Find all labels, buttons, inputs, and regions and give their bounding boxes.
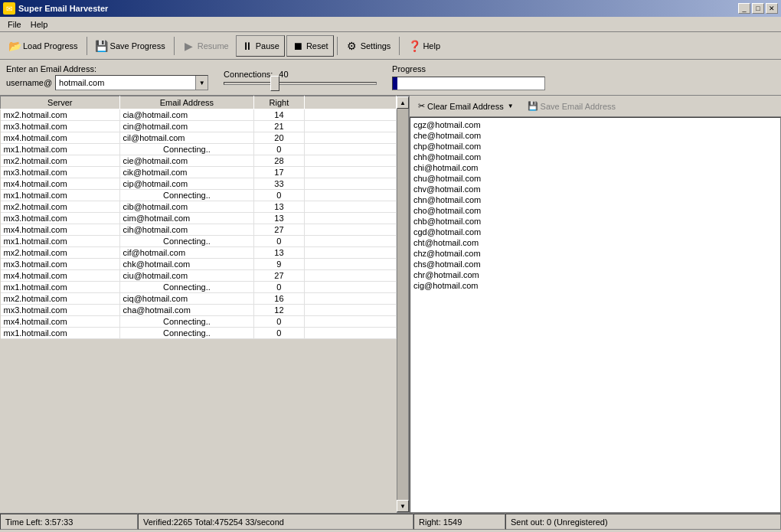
cell-right: 0 <box>254 316 304 328</box>
col-right: Right <box>254 96 304 109</box>
cell-extra <box>304 213 396 224</box>
cell-server: mx2.hotmail.com <box>1 293 120 305</box>
table-scrollbar: ▲ ▼ <box>397 96 409 513</box>
save-email-icon: 💾 <box>528 101 538 111</box>
menu-file[interactable]: File <box>3 19 26 30</box>
list-item[interactable]: che@hotmail.com <box>413 130 777 141</box>
list-item[interactable]: cgd@hotmail.com <box>413 227 777 237</box>
reset-button[interactable]: ⏹ Reset <box>286 35 334 57</box>
status-sent: Sent out: 0 (Unregistered) <box>505 514 781 530</box>
list-item[interactable]: chs@hotmail.com <box>413 259 777 269</box>
cell-server: mx1.hotmail.com <box>1 236 120 247</box>
table-row: mx1.hotmail.com Connecting.. 0 <box>1 190 397 201</box>
cell-server: mx3.hotmail.com <box>1 213 120 224</box>
cell-email: cim@hotmail.com <box>119 213 254 224</box>
email-address-label: Enter an Email Address: <box>6 64 208 73</box>
toolbar-separator <box>87 37 87 55</box>
cell-extra <box>304 259 396 270</box>
cell-email: ciu@hotmail.com <box>119 270 254 282</box>
cell-email: Connecting.. <box>119 282 254 293</box>
list-item[interactable]: cig@hotmail.com <box>413 280 777 291</box>
menu-help[interactable]: Help <box>26 19 53 30</box>
cell-email: Connecting.. <box>119 190 254 201</box>
cell-extra <box>304 178 396 190</box>
list-item[interactable]: cht@hotmail.com <box>413 237 777 248</box>
cell-right: 21 <box>254 121 304 132</box>
clear-email-address-button[interactable]: ✂ Clear Email Address ▼ <box>413 98 519 115</box>
cell-email: cia@hotmail.com <box>119 109 254 121</box>
table-row: mx4.hotmail.com cil@hotmail.com 20 <box>1 132 397 144</box>
cell-server: mx3.hotmail.com <box>1 305 120 316</box>
progress-section: Progress <box>392 64 545 90</box>
email-domain-input[interactable] <box>56 78 195 87</box>
list-item[interactable]: chp@hotmail.com <box>413 141 777 152</box>
pause-button[interactable]: ⏸ Pause <box>236 35 285 57</box>
table-row: mx1.hotmail.com Connecting.. 0 <box>1 144 397 155</box>
cell-email: cil@hotmail.com <box>119 132 254 144</box>
save-email-address-button[interactable]: 💾 Save Email Address <box>522 98 621 115</box>
cell-extra <box>304 293 396 305</box>
resume-button[interactable]: ▶ Resume <box>178 35 234 57</box>
scroll-down-button[interactable]: ▼ <box>397 500 409 512</box>
list-item[interactable]: chr@hotmail.com <box>413 269 777 280</box>
email-prefix: username@ <box>6 78 52 87</box>
list-item[interactable]: chz@hotmail.com <box>413 248 777 259</box>
table-row: mx3.hotmail.com cin@hotmail.com 21 <box>1 121 397 132</box>
email-input-row: username@ ▼ <box>6 75 208 90</box>
list-item[interactable]: chv@hotmail.com <box>413 184 777 194</box>
status-right: Right: 1549 <box>413 514 505 530</box>
save-icon: 💾 <box>96 40 108 52</box>
cell-extra <box>304 316 396 328</box>
cell-extra <box>304 109 396 121</box>
progress-bar-outer <box>392 77 545 90</box>
cell-email: Connecting.. <box>119 236 254 247</box>
table-row: mx2.hotmail.com cib@hotmail.com 13 <box>1 201 397 213</box>
pause-icon: ⏸ <box>241 40 253 52</box>
connections-slider-thumb[interactable] <box>270 76 279 91</box>
dropdown-arrow-icon[interactable]: ▼ <box>195 76 208 90</box>
email-domain-dropdown[interactable]: ▼ <box>55 75 208 90</box>
cell-extra <box>304 144 396 155</box>
settings-button[interactable]: ⚙ Settings <box>341 35 397 57</box>
list-item[interactable]: chi@hotmail.com <box>413 162 777 173</box>
maximize-button[interactable]: □ <box>752 3 764 14</box>
scroll-up-button[interactable]: ▲ <box>397 96 409 109</box>
cell-email: cih@hotmail.com <box>119 224 254 236</box>
minimize-button[interactable]: _ <box>738 3 750 14</box>
cell-email: cib@hotmail.com <box>119 201 254 213</box>
load-progress-button[interactable]: 📂 Load Progress <box>3 35 83 57</box>
cell-right: 0 <box>254 236 304 247</box>
list-item[interactable]: cgz@hotmail.com <box>413 119 777 130</box>
list-item[interactable]: chu@hotmail.com <box>413 173 777 184</box>
clear-dropdown-arrow[interactable]: ▼ <box>508 103 514 109</box>
cell-extra <box>304 155 396 167</box>
resume-icon: ▶ <box>183 40 195 52</box>
menu-bar: File Help <box>0 17 781 32</box>
table-row: mx1.hotmail.com Connecting.. 0 <box>1 282 397 293</box>
scroll-track[interactable] <box>397 109 408 500</box>
help-button[interactable]: ❓ Help <box>403 35 446 57</box>
list-item[interactable]: chb@hotmail.com <box>413 216 777 227</box>
table-row: mx4.hotmail.com cih@hotmail.com 27 <box>1 224 397 236</box>
connections-label: Connections: <box>224 70 273 79</box>
connections-section: Connections: 40 <box>224 70 377 85</box>
cell-server: mx3.hotmail.com <box>1 167 120 178</box>
save-progress-button[interactable]: 💾 Save Progress <box>90 35 171 57</box>
help-icon: ❓ <box>408 40 420 52</box>
cell-right: 0 <box>254 144 304 155</box>
app-icon: ✉ <box>3 2 15 15</box>
email-list-container[interactable]: cgz@hotmail.comche@hotmail.comchp@hotmai… <box>410 117 781 513</box>
connections-slider-row <box>224 82 377 85</box>
list-item[interactable]: chn@hotmail.com <box>413 194 777 205</box>
connections-value: 40 <box>279 70 288 79</box>
email-table: Server Email Address Right mx2.hotmail.c… <box>0 96 397 339</box>
close-button[interactable]: ✕ <box>766 3 778 14</box>
clear-icon: ✂ <box>418 101 425 111</box>
cell-right: 28 <box>254 155 304 167</box>
table-row: mx3.hotmail.com cha@hotmail.com 12 <box>1 305 397 316</box>
cell-server: mx1.hotmail.com <box>1 144 120 155</box>
list-item[interactable]: cho@hotmail.com <box>413 205 777 216</box>
table-row: mx2.hotmail.com cif@hotmail.com 13 <box>1 247 397 259</box>
list-item[interactable]: chh@hotmail.com <box>413 152 777 162</box>
table-row: mx4.hotmail.com cip@hotmail.com 33 <box>1 178 397 190</box>
